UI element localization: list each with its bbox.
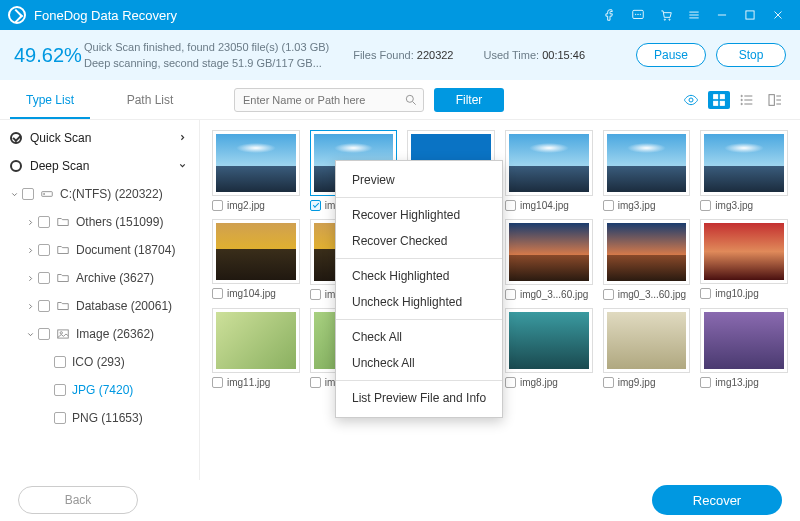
maximize-icon[interactable] [736,0,764,30]
checkbox[interactable] [505,200,516,211]
checkbox[interactable] [505,289,516,300]
recover-button[interactable]: Recover [652,485,782,515]
file-name: img3.jpg [618,200,691,211]
sidebar-c-drive[interactable]: C:(NTFS) (220322) [0,180,199,208]
thumbnail-item[interactable]: img3.jpg [700,130,788,211]
checkbox[interactable] [212,288,223,299]
stop-button[interactable]: Stop [716,43,786,67]
svg-line-14 [413,101,416,104]
view-list-icon[interactable] [736,91,758,109]
check-icon [10,132,22,144]
menu-uncheck-highlighted[interactable]: Uncheck Highlighted [336,289,502,315]
checkbox[interactable] [310,289,321,300]
thumbnail-item[interactable]: img104.jpg [505,130,593,211]
menu-preview[interactable]: Preview [336,167,502,193]
checkbox[interactable] [38,244,50,256]
checkbox[interactable] [38,300,50,312]
sidebar-database[interactable]: Database (20061) [0,292,199,320]
thumbnail-item[interactable]: img9.jpg [603,308,691,389]
app-logo-icon [8,6,26,24]
checkbox[interactable] [505,377,516,388]
minimize-icon[interactable] [708,0,736,30]
checkbox[interactable] [38,272,50,284]
checkbox[interactable] [38,216,50,228]
thumbnail-item[interactable]: img11.jpg [212,308,300,389]
folder-icon [56,271,70,285]
used-time: Used Time: 00:15:46 [484,49,586,61]
thumbnail-item[interactable]: img104.jpg [212,219,300,300]
checkbox[interactable] [700,288,711,299]
image-icon [56,327,70,341]
menu-separator [336,380,502,381]
svg-rect-18 [714,101,718,105]
sidebar-archive[interactable]: Archive (3627) [0,264,199,292]
checkbox[interactable] [700,200,711,211]
menu-separator [336,197,502,198]
svg-point-31 [44,193,45,194]
back-button[interactable]: Back [18,486,138,514]
menu-check-highlighted[interactable]: Check Highlighted [336,263,502,289]
file-name: img104.jpg [520,200,593,211]
view-grid-icon[interactable] [708,91,730,109]
sidebar-ico[interactable]: ICO (293) [0,348,199,376]
filter-button[interactable]: Filter [434,88,504,112]
svg-point-2 [638,14,639,15]
search-input[interactable] [234,88,424,112]
checkbox[interactable] [603,200,614,211]
files-found: Files Found: 220322 [353,49,453,61]
folder-icon [56,215,70,229]
checkbox[interactable] [310,200,321,211]
tab-path-list[interactable]: Path List [100,80,200,119]
progress-icon [10,160,22,172]
svg-point-5 [669,19,670,20]
checkbox[interactable] [54,356,66,368]
thumbnail-item[interactable]: img10.jpg [700,219,788,300]
view-detail-icon[interactable] [764,91,786,109]
sidebar-document[interactable]: Document (18704) [0,236,199,264]
menu-list-preview[interactable]: List Preview File and Info [336,385,502,411]
close-icon[interactable] [764,0,792,30]
checkbox[interactable] [212,200,223,211]
thumbnail-item[interactable]: img13.jpg [700,308,788,389]
search-wrap [234,88,424,112]
tab-type-list[interactable]: Type List [0,80,100,119]
sidebar-quick-scan[interactable]: Quick Scan [0,124,199,152]
checkbox[interactable] [310,377,321,388]
checkbox[interactable] [700,377,711,388]
menu-separator [336,319,502,320]
pause-button[interactable]: Pause [636,43,706,67]
checkbox[interactable] [603,289,614,300]
sidebar-jpg[interactable]: JPG (7420) [0,376,199,404]
checkbox[interactable] [38,328,50,340]
status-bar: 49.62% Quick Scan finished, found 23050 … [0,30,800,80]
sidebar-others[interactable]: Others (151099) [0,208,199,236]
file-name: img13.jpg [715,377,788,388]
cart-icon[interactable] [652,0,680,30]
checkbox[interactable] [54,412,66,424]
menu-recover-checked[interactable]: Recover Checked [336,228,502,254]
checkbox[interactable] [54,384,66,396]
thumbnail-item[interactable]: img8.jpg [505,308,593,389]
preview-toggle-icon[interactable] [680,91,702,109]
file-name: img8.jpg [520,377,593,388]
sidebar-png[interactable]: PNG (11653) [0,404,199,432]
feedback-icon[interactable] [624,0,652,30]
checkbox[interactable] [212,377,223,388]
menu-check-all[interactable]: Check All [336,324,502,350]
menu-uncheck-all[interactable]: Uncheck All [336,350,502,376]
thumbnail-item[interactable]: img0_3...60.jpg [505,219,593,300]
menu-recover-highlighted[interactable]: Recover Highlighted [336,202,502,228]
sidebar-deep-scan[interactable]: Deep Scan [0,152,199,180]
menu-separator [336,258,502,259]
thumbnail-item[interactable]: img0_3...60.jpg [603,219,691,300]
svg-point-15 [689,98,693,102]
facebook-icon[interactable] [596,0,624,30]
scan-percent: 49.62% [14,44,84,67]
thumbnail-item[interactable]: img2.jpg [212,130,300,211]
sidebar-image[interactable]: Image (26362) [0,320,199,348]
menu-icon[interactable] [680,0,708,30]
checkbox[interactable] [603,377,614,388]
checkbox[interactable] [22,188,34,200]
thumbnail-item[interactable]: img3.jpg [603,130,691,211]
svg-point-1 [635,14,636,15]
